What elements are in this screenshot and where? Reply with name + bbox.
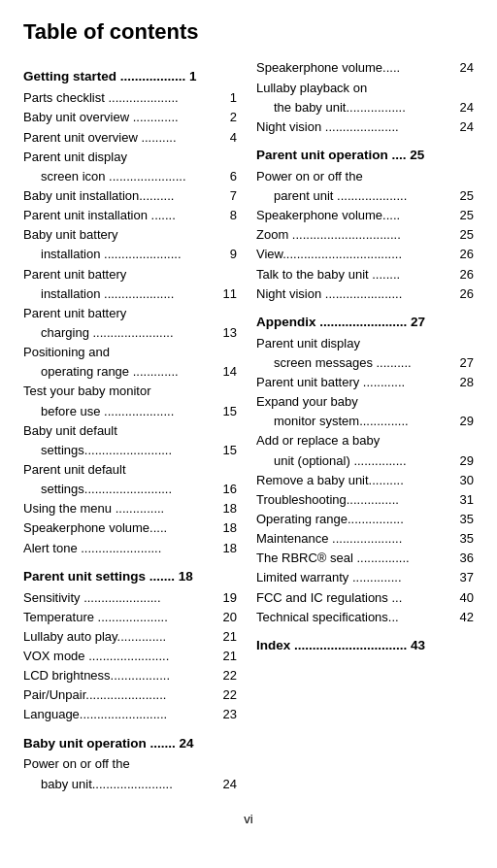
entry-text: Add or replace a baby: [256, 431, 450, 451]
entry-page: 26: [450, 245, 474, 264]
entry-page: [450, 167, 474, 186]
entry-text: Speakerphone volume.....: [256, 206, 450, 225]
entry-text: settings.........................: [23, 480, 214, 499]
toc-entry: Baby unit default: [23, 421, 237, 441]
entry-text: Power on or off the: [23, 754, 214, 774]
entry-page: 23: [214, 705, 237, 724]
toc-entry: Parent unit battery: [23, 265, 237, 284]
entry-text: Positioning and: [23, 343, 214, 362]
entry-page: 31: [450, 490, 474, 510]
toc-entry: Add or replace a baby: [256, 431, 474, 451]
entry-text: VOX mode .......................: [23, 647, 214, 666]
entry-text: Technical specifications...: [256, 608, 450, 627]
entry-page: 27: [450, 353, 474, 373]
toc-entry: Limited warranty ..............37: [256, 568, 474, 587]
entry-page: [214, 343, 237, 362]
section-header: Baby unit operation ....... 24: [23, 735, 237, 753]
entry-text: operating range .............: [23, 362, 214, 382]
entry-text: settings.........................: [23, 441, 214, 460]
toc-entry: settings.........................16: [23, 480, 237, 499]
toc-entry: Speakerphone volume.....25: [256, 206, 474, 225]
entry-text: Limited warranty ..............: [256, 568, 450, 587]
entry-text: Parent unit battery: [23, 265, 214, 284]
entry-page: 24: [450, 98, 474, 117]
entry-text: parent unit ....................: [256, 186, 450, 206]
toc-entry: Parent unit overview ..........4: [23, 128, 237, 148]
entry-text: Language.........................: [23, 705, 214, 724]
toc-entry: Pair/Unpair.......................22: [23, 685, 237, 705]
entry-page: 21: [214, 627, 237, 647]
toc-entry: Night vision ......................26: [256, 284, 474, 304]
entry-text: Temperature ....................: [23, 608, 214, 627]
toc-entry: before use ....................15: [23, 402, 237, 421]
toc-entry: Positioning and: [23, 343, 237, 362]
toc-entry: Parent unit battery ............28: [256, 373, 474, 392]
entry-page: 15: [214, 402, 237, 421]
entry-page: 18: [214, 499, 237, 518]
entry-text: Speakerphone volume.....: [23, 518, 214, 538]
entry-page: 36: [450, 549, 474, 568]
entry-page: 35: [450, 529, 474, 549]
entry-page: 14: [214, 362, 237, 382]
entry-page: 24: [450, 117, 474, 137]
entry-page: 18: [214, 518, 237, 538]
entry-page: 37: [450, 568, 474, 587]
entry-page: [450, 392, 474, 412]
toc-entry: Parts checklist ....................1: [23, 88, 237, 108]
toc-entry: Temperature ....................20: [23, 608, 237, 627]
toc-entry: monitor system..............29: [256, 412, 474, 431]
entry-text: installation ....................: [23, 284, 214, 304]
entry-page: [214, 460, 237, 480]
entry-text: charging .......................: [23, 323, 214, 343]
entry-page: 40: [450, 588, 474, 608]
entry-text: Talk to the baby unit ........: [256, 265, 450, 284]
section-header: Parent unit settings ....... 18: [23, 568, 237, 586]
toc-entry: installation ....................11: [23, 284, 237, 304]
section-header: Parent unit operation .... 25: [256, 147, 474, 165]
toc-entry: the baby unit.................24: [256, 98, 474, 117]
toc-entry: The RBRC® seal ...............36: [256, 549, 474, 568]
entry-text: Using the menu ..............: [23, 499, 214, 518]
toc-entry: FCC and IC regulations ...40: [256, 588, 474, 608]
entry-page: 22: [214, 666, 237, 685]
toc-entry: Maintenance ....................35: [256, 529, 474, 549]
toc-entry: Zoom ...............................25: [256, 225, 474, 245]
entry-text: Night vision ......................: [256, 284, 450, 304]
entry-page: 25: [450, 225, 474, 245]
entry-text: Parts checklist ....................: [23, 88, 214, 108]
entry-page: [214, 304, 237, 323]
entry-text: monitor system..............: [256, 412, 450, 431]
entry-page: 29: [450, 412, 474, 431]
toc-entry: Talk to the baby unit ........26: [256, 265, 474, 284]
entry-text: Baby unit overview .............: [23, 108, 214, 127]
entry-page: 28: [450, 373, 474, 392]
entry-page: 2: [214, 108, 237, 127]
entry-text: LCD brightness.................: [23, 666, 214, 685]
toc-entry: Speakerphone volume.....24: [256, 58, 474, 78]
entry-page: 1: [214, 88, 237, 108]
toc-entry: screen icon ......................6: [23, 167, 237, 186]
entry-text: Pair/Unpair.......................: [23, 685, 214, 705]
toc-entry: Parent unit battery: [23, 304, 237, 323]
entry-page: [214, 754, 237, 774]
entry-text: installation ......................: [23, 245, 214, 264]
toc-entry: Baby unit overview .............2: [23, 108, 237, 127]
entry-page: 4: [214, 128, 237, 148]
entry-page: 11: [214, 284, 237, 304]
left-column: Getting started .................. 1Part…: [23, 58, 247, 793]
toc-entry: Power on or off the: [23, 754, 237, 774]
toc-entry: Parent unit default: [23, 460, 237, 480]
entry-text: Alert tone .......................: [23, 539, 214, 558]
section-header: Appendix ........................ 27: [256, 314, 474, 332]
entry-text: Parent unit battery: [23, 304, 214, 323]
toc-entry: Remove a baby unit..........30: [256, 471, 474, 490]
entry-text: screen messages ..........: [256, 353, 450, 373]
toc-entry: Parent unit display: [256, 334, 474, 353]
toc-entry: Parent unit installation .......8: [23, 206, 237, 225]
entry-text: Parent unit battery ............: [256, 373, 450, 392]
toc-entry: operating range .............14: [23, 362, 237, 382]
entry-page: 21: [214, 647, 237, 666]
entry-text: unit (optional) ...............: [256, 451, 450, 471]
toc-entry: parent unit ....................25: [256, 186, 474, 206]
entry-text: FCC and IC regulations ...: [256, 588, 450, 608]
